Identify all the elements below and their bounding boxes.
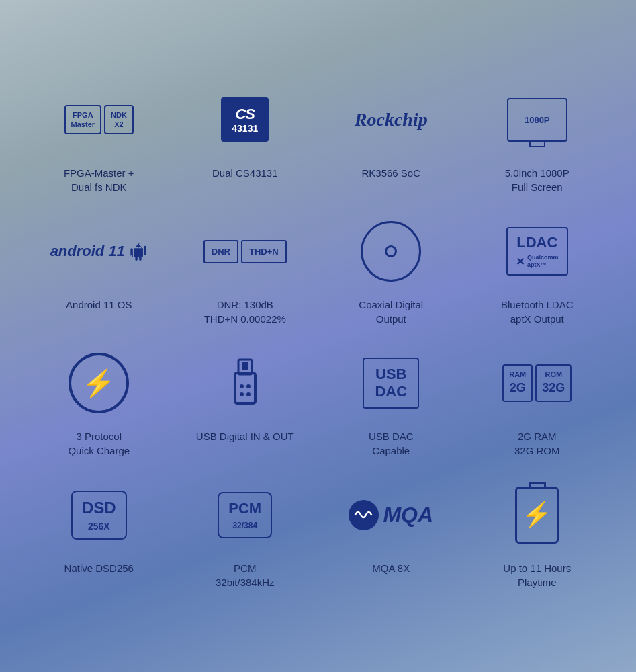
- feature-battery: ⚡ Up to 11 HoursPlaytime: [467, 478, 607, 589]
- feature-cs43131: CS 43131 Dual CS43131: [175, 83, 315, 194]
- ldac-label: Bluetooth LDACaptX Output: [501, 298, 574, 326]
- feature-coaxial: Coaxial DigitalOutput: [322, 214, 461, 326]
- feature-ramrom: RAM 2G ROM 32G 2G RAM32G ROM: [467, 346, 607, 458]
- feature-ldac: LDAC ✕ QualcommaptX™ Bluetooth LDACaptX …: [467, 214, 607, 326]
- battery-label: Up to 11 HoursPlaytime: [503, 561, 571, 589]
- feature-dnr: DNR THD+N DNR: 130dBTHD+N 0.00022%: [175, 214, 315, 326]
- rockchip-icon: Rockchip: [355, 83, 428, 157]
- pcm-label: PCM32bit/384kHz: [216, 561, 275, 589]
- svg-point-3: [240, 384, 244, 388]
- feature-rockchip: Rockchip RK3566 SoC: [322, 83, 461, 194]
- svg-rect-0: [235, 373, 255, 403]
- battery-icon: ⚡: [515, 478, 559, 552]
- svg-point-6: [246, 392, 251, 396]
- android-label: Android 11 OS: [66, 298, 132, 312]
- fpga-label: FPGA-Master +Dual fs NDK: [64, 166, 134, 194]
- feature-usb: USB Digital IN & OUT: [175, 346, 315, 458]
- feature-usbdac: USBDAC USB DACCapable: [322, 346, 461, 458]
- svg-point-4: [246, 384, 251, 388]
- ramrom-label: 2G RAM32G ROM: [514, 429, 560, 458]
- mqa-label: MQA 8X: [372, 561, 410, 575]
- ramrom-icon: RAM 2G ROM 32G: [502, 346, 572, 420]
- feature-mqa: MQA MQA 8X: [322, 478, 461, 589]
- feature-screen: 1080P 5.0inch 1080PFull Screen: [467, 83, 607, 194]
- android-icon: android 11: [50, 214, 148, 288]
- svg-point-5: [240, 392, 244, 396]
- feature-pcm: PCM 32/384 PCM32bit/384kHz: [175, 478, 315, 589]
- pcm-icon: PCM 32/384: [218, 478, 272, 552]
- feature-quickcharge: ⚡ 3 ProtocolQuick Charge: [30, 346, 169, 458]
- usb-icon: [218, 346, 272, 420]
- rockchip-label: RK3566 SoC: [361, 166, 420, 180]
- coaxial-label: Coaxial DigitalOutput: [359, 298, 423, 326]
- cs43131-label: Dual CS43131: [212, 166, 278, 180]
- feature-fpga: FPGAMaster NDKX2 FPGA-Master +Dual fs ND…: [30, 83, 169, 194]
- quickcharge-icon: ⚡: [69, 346, 129, 420]
- svg-rect-2: [242, 362, 248, 370]
- feature-android: android 11 Android 11 OS: [30, 214, 169, 326]
- dnr-label: DNR: 130dBTHD+N 0.00022%: [204, 298, 286, 326]
- usbdac-label: USB DACCapable: [369, 429, 414, 458]
- screen-icon: 1080P: [507, 83, 567, 157]
- usbdac-icon: USBDAC: [363, 346, 419, 420]
- cs43131-icon: CS 43131: [221, 83, 269, 157]
- mqa-icon: MQA: [349, 478, 433, 552]
- screen-label: 5.0inch 1080PFull Screen: [505, 166, 570, 194]
- coaxial-icon: [361, 214, 421, 288]
- ldac-icon: LDAC ✕ QualcommaptX™: [506, 214, 568, 288]
- usb-label: USB Digital IN & OUT: [196, 429, 294, 444]
- quickcharge-label: 3 ProtocolQuick Charge: [68, 429, 130, 458]
- dsd-icon: DSD 256X: [71, 478, 127, 552]
- dsd-label: Native DSD256: [64, 561, 134, 575]
- features-grid: FPGAMaster NDKX2 FPGA-Master +Dual fs ND…: [16, 56, 621, 616]
- dnr-icon: DNR THD+N: [203, 214, 287, 288]
- fpga-icon: FPGAMaster NDKX2: [64, 83, 134, 157]
- feature-dsd: DSD 256X Native DSD256: [30, 478, 169, 589]
